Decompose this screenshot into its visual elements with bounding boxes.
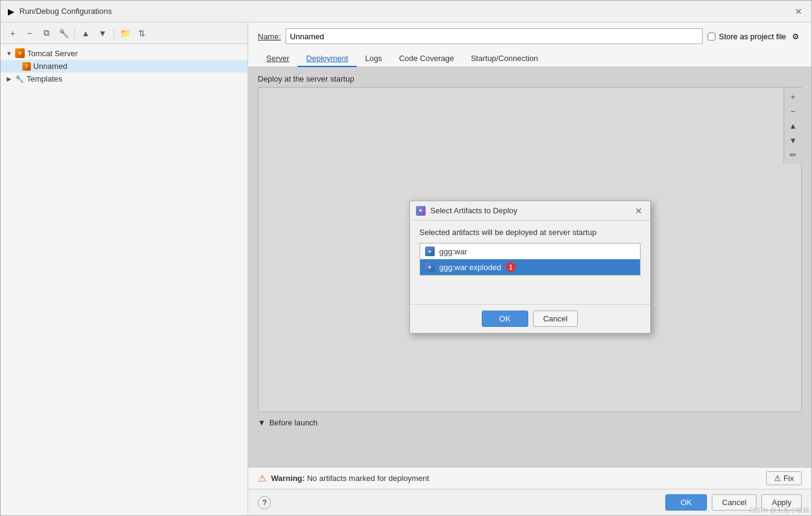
gear-icon-button[interactable]: ⚙ bbox=[790, 30, 802, 42]
warning-bold: Warning: bbox=[271, 474, 305, 483]
tab-startup-connection[interactable]: Startup/Connection bbox=[462, 50, 546, 66]
sidebar-tree: ▼ T Tomcat Server T Unnamed ▶ 🔧 Template… bbox=[1, 44, 248, 515]
warning-bar: ⚠ Warning: No artifacts marked for deplo… bbox=[248, 467, 811, 489]
move-down-button[interactable]: ▼ bbox=[95, 26, 110, 40]
modal-cancel-button[interactable]: Cancel bbox=[533, 311, 578, 327]
main-content: + − ⧉ 🔧 ▲ ▼ 📁 ⇅ ▼ T Tomcat Server bbox=[1, 22, 811, 515]
artifact-item-ggg-war-exploded[interactable]: ◈ ggg:war exploded 1 bbox=[420, 259, 640, 275]
artifact-item-ggg-war[interactable]: ◈ ggg:war bbox=[420, 243, 640, 259]
app-icon: ▶ bbox=[8, 7, 14, 16]
add-config-button[interactable]: + bbox=[5, 26, 20, 40]
templates-expand-arrow: ▶ bbox=[5, 76, 13, 83]
artifact-label-1: ggg:war bbox=[440, 247, 467, 256]
fix-button[interactable]: ⚠ Fix bbox=[766, 471, 802, 485]
name-label: Name: bbox=[258, 32, 281, 41]
sidebar-item-templates[interactable]: ▶ 🔧 Templates bbox=[1, 73, 248, 85]
modal-subtitle: Selected artifacts will be deployed at s… bbox=[420, 228, 641, 237]
ok-button[interactable]: OK bbox=[665, 494, 707, 511]
watermark: CSDN @无名小猿猴 bbox=[747, 505, 812, 516]
content-area: Deploy at the server startup + − ▲ ▼ ✏ ▼ bbox=[248, 67, 811, 467]
sidebar: + − ⧉ 🔧 ▲ ▼ 📁 ⇅ ▼ T Tomcat Server bbox=[1, 22, 248, 515]
tomcat-expand-arrow: ▼ bbox=[5, 50, 13, 57]
close-button[interactable]: ✕ bbox=[793, 6, 804, 17]
store-checkbox[interactable] bbox=[708, 33, 715, 40]
modal-ok-button[interactable]: OK bbox=[482, 311, 528, 327]
artifact-list: ◈ ggg:war ◈ ggg:war exploded 1 bbox=[420, 243, 641, 276]
tab-deployment[interactable]: Deployment bbox=[298, 50, 356, 66]
tabs-bar: Server Deployment Logs Code Coverage Sta… bbox=[248, 50, 811, 67]
window-title: Run/Debug Configurations bbox=[19, 7, 112, 16]
sort-button[interactable]: ⇅ bbox=[135, 26, 149, 40]
name-row: Name: Store as project file ⚙ bbox=[248, 22, 811, 50]
help-button[interactable]: ? bbox=[258, 496, 271, 509]
store-checkbox-area: Store as project file ⚙ bbox=[708, 30, 802, 42]
unnamed-config-label: Unnamed bbox=[33, 62, 67, 71]
name-input[interactable] bbox=[286, 28, 702, 44]
title-bar: ▶ Run/Debug Configurations ✕ bbox=[1, 1, 811, 22]
store-checkbox-label: Store as project file bbox=[719, 32, 786, 41]
modal-title-bar: ★ Select Artifacts to Deploy ✕ bbox=[410, 201, 650, 221]
folder-button[interactable]: 📁 bbox=[118, 26, 132, 40]
bottom-bar: ? OK Cancel Apply bbox=[248, 489, 811, 515]
warning-icon: ⚠ bbox=[258, 472, 266, 484]
tomcat-server-label: Tomcat Server bbox=[27, 49, 78, 58]
copy-config-button[interactable]: ⧉ bbox=[39, 26, 54, 40]
modal-title-left: ★ Select Artifacts to Deploy bbox=[416, 206, 518, 216]
tomcat-icon: T bbox=[15, 48, 25, 58]
title-bar-controls: ✕ bbox=[793, 6, 804, 17]
tab-logs[interactable]: Logs bbox=[357, 50, 391, 66]
artifact-badge-2: 1 bbox=[506, 262, 516, 272]
modal-body: Selected artifacts will be deployed at s… bbox=[410, 221, 650, 304]
main-window: ▶ Run/Debug Configurations ✕ + − ⧉ 🔧 ▲ ▼… bbox=[0, 0, 812, 516]
modal-dialog: ★ Select Artifacts to Deploy ✕ Selected … bbox=[409, 201, 651, 334]
warning-detail: No artifacts marked for deployment bbox=[305, 474, 429, 483]
modal-title: Select Artifacts to Deploy bbox=[430, 206, 518, 215]
move-up-button[interactable]: ▲ bbox=[78, 26, 93, 40]
templates-label: Templates bbox=[27, 74, 62, 83]
settings-button[interactable]: 🔧 bbox=[56, 26, 71, 40]
remove-config-button[interactable]: − bbox=[22, 26, 37, 40]
title-bar-left: ▶ Run/Debug Configurations bbox=[8, 7, 112, 16]
modal-icon: ★ bbox=[416, 206, 426, 216]
artifact-icon-1: ◈ bbox=[425, 247, 435, 256]
fix-icon: ⚠ bbox=[774, 474, 781, 483]
artifact-label-2: ggg:war exploded bbox=[440, 263, 502, 272]
wrench-icon: 🔧 bbox=[15, 75, 24, 83]
tab-code-coverage[interactable]: Code Coverage bbox=[391, 50, 462, 66]
toolbar-separator-2 bbox=[113, 28, 114, 39]
modal-overlay: ★ Select Artifacts to Deploy ✕ Selected … bbox=[248, 67, 811, 467]
modal-footer: OK Cancel bbox=[410, 304, 650, 333]
toolbar-separator-1 bbox=[74, 28, 75, 39]
fix-label: Fix bbox=[784, 474, 794, 483]
modal-close-button[interactable]: ✕ bbox=[633, 205, 644, 216]
sidebar-item-tomcat-server[interactable]: ▼ T Tomcat Server bbox=[1, 47, 248, 60]
sidebar-toolbar: + − ⧉ 🔧 ▲ ▼ 📁 ⇅ bbox=[1, 22, 248, 44]
tab-server[interactable]: Server bbox=[258, 50, 298, 66]
unnamed-config-icon: T bbox=[22, 62, 31, 71]
artifact-icon-2: ◈ bbox=[425, 262, 435, 272]
warning-text: Warning: No artifacts marked for deploym… bbox=[271, 474, 429, 483]
sidebar-item-unnamed[interactable]: T Unnamed bbox=[1, 60, 248, 73]
right-panel: Name: Store as project file ⚙ Server Dep… bbox=[248, 22, 811, 515]
